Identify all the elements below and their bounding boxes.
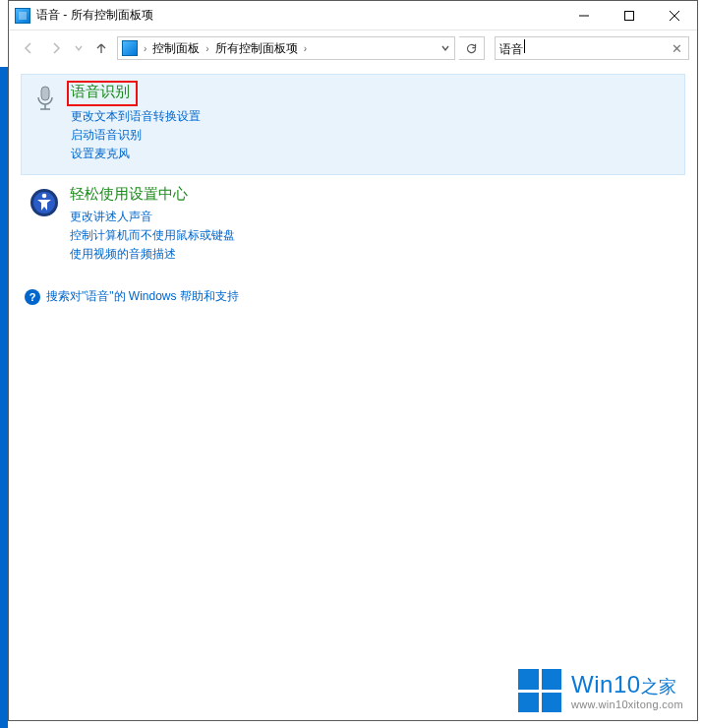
back-button[interactable]: [17, 36, 40, 60]
search-box[interactable]: 语音 ✕: [495, 36, 689, 60]
speech-recognition-heading[interactable]: 语音识别: [71, 83, 130, 101]
link-setup-microphone[interactable]: 设置麦克风: [71, 146, 676, 162]
svg-rect-4: [41, 87, 49, 100]
control-panel-window: 语音 - 所有控制面板项 › 控制面: [8, 0, 698, 721]
link-change-narrator-voice[interactable]: 更改讲述人声音: [70, 209, 677, 225]
highlight-box: 语音识别: [67, 81, 138, 106]
windows-help-link[interactable]: ? 搜索对"语音"的 Windows 帮助和支持: [21, 288, 685, 305]
address-dropdown[interactable]: [437, 41, 454, 55]
windows-logo-icon: [518, 669, 561, 712]
help-icon: ?: [25, 289, 40, 305]
link-audio-description[interactable]: 使用视频的音频描述: [70, 246, 677, 263]
results-area: 语音识别 更改文本到语音转换设置 启动语音识别 设置麦克风 轻松使用设置中心 更…: [9, 66, 697, 720]
titlebar: 语音 - 所有控制面板项: [9, 1, 697, 30]
link-change-tts-settings[interactable]: 更改文本到语音转换设置: [71, 108, 676, 125]
result-ease-of-access: 轻松使用设置中心 更改讲述人声音 控制计算机而不使用鼠标或键盘 使用视频的音频描…: [21, 179, 685, 274]
help-text: 搜索对"语音"的 Windows 帮助和支持: [46, 288, 239, 305]
breadcrumb-control-panel[interactable]: 控制面板: [150, 40, 202, 57]
watermark: Win10之家 www.win10xitong.com: [518, 669, 683, 712]
forward-button[interactable]: [44, 36, 68, 60]
svg-rect-1: [625, 11, 634, 20]
watermark-title: Win10之家: [571, 671, 683, 698]
watermark-url: www.win10xitong.com: [571, 698, 683, 710]
microphone-icon: [29, 83, 61, 114]
link-start-speech-recognition[interactable]: 启动语音识别: [71, 127, 676, 144]
chevron-right-icon[interactable]: ›: [302, 43, 309, 54]
navigation-bar: › 控制面板 › 所有控制面板项 › 语音 ✕: [9, 30, 697, 66]
chevron-right-icon[interactable]: ›: [142, 43, 148, 54]
up-button[interactable]: [89, 36, 113, 60]
minimize-button[interactable]: [561, 1, 607, 30]
close-button[interactable]: [652, 1, 697, 30]
maximize-button[interactable]: [607, 1, 652, 30]
ease-of-access-icon: [29, 187, 60, 218]
control-panel-icon: [15, 8, 30, 24]
svg-point-9: [42, 194, 47, 199]
search-input-value: 语音: [499, 39, 670, 58]
recent-dropdown[interactable]: [72, 36, 86, 60]
result-speech-recognition: 语音识别 更改文本到语音转换设置 启动语音识别 设置麦克风: [21, 74, 685, 175]
link-control-without-mouse-keyboard[interactable]: 控制计算机而不使用鼠标或键盘: [70, 227, 677, 244]
address-bar[interactable]: › 控制面板 › 所有控制面板项 ›: [117, 36, 455, 60]
address-icon: [122, 40, 138, 56]
refresh-button[interactable]: [459, 36, 485, 60]
breadcrumb-all-items[interactable]: 所有控制面板项: [213, 40, 300, 57]
window-title: 语音 - 所有控制面板项: [36, 7, 561, 24]
clear-search-icon[interactable]: ✕: [670, 41, 684, 56]
chevron-right-icon[interactable]: ›: [204, 43, 210, 54]
ease-of-access-heading[interactable]: 轻松使用设置中心: [70, 185, 188, 204]
